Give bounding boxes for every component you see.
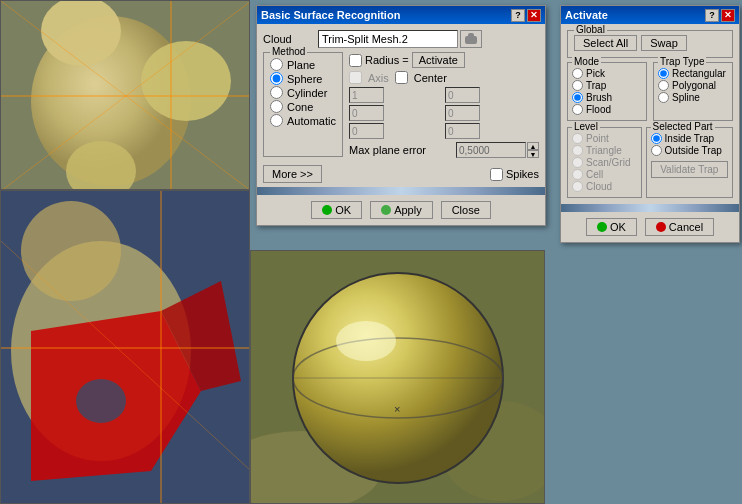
- activate-cancel-btn[interactable]: Cancel: [645, 218, 714, 236]
- num-inputs: [349, 87, 539, 139]
- center-check[interactable]: [395, 71, 408, 84]
- level-cloud: Cloud: [572, 181, 637, 192]
- num-input-3[interactable]: [349, 105, 384, 121]
- mode-trap-label[interactable]: Trap: [586, 80, 606, 91]
- ok-btn[interactable]: OK: [311, 201, 362, 219]
- trap-polygonal: Polygonal: [658, 80, 728, 91]
- spin-down[interactable]: ▼: [527, 150, 539, 158]
- swap-btn[interactable]: Swap: [641, 35, 687, 51]
- activate-btn[interactable]: Activate: [412, 52, 465, 68]
- svg-point-26: [336, 321, 396, 361]
- bsr-gradient-bar: [257, 187, 545, 195]
- num-input-4[interactable]: [445, 105, 480, 121]
- method-cone-radio[interactable]: [270, 100, 283, 113]
- method-group: Method Plane Sphere Cylinder Cone: [263, 52, 343, 157]
- method-auto-row: Automatic: [270, 114, 336, 127]
- mode-brush-label[interactable]: Brush: [586, 92, 612, 103]
- trap-poly-label[interactable]: Polygonal: [672, 80, 716, 91]
- method-sphere-label[interactable]: Sphere: [287, 73, 322, 85]
- global-buttons: Select All Swap: [574, 35, 726, 51]
- outside-trap-label[interactable]: Outside Trap: [665, 145, 722, 156]
- method-auto-label[interactable]: Automatic: [287, 115, 336, 127]
- trap-spline: Spline: [658, 92, 728, 103]
- level-cloud-radio[interactable]: [572, 181, 583, 192]
- bsr-close-btn[interactable]: ✕: [527, 9, 541, 22]
- level-cell-label[interactable]: Cell: [586, 169, 603, 180]
- svg-point-11: [21, 201, 121, 301]
- spikes-label: Spikes: [506, 168, 539, 180]
- method-cone-label[interactable]: Cone: [287, 101, 313, 113]
- mode-brush-radio[interactable]: [572, 92, 583, 103]
- spikes-row: Spikes: [490, 168, 539, 181]
- plane-error-label: Max plane error: [349, 144, 456, 156]
- mode-flood-radio[interactable]: [572, 104, 583, 115]
- cloud-label: Cloud: [263, 33, 318, 45]
- cloud-input[interactable]: [318, 30, 458, 48]
- level-triangle-radio[interactable]: [572, 145, 583, 156]
- plane-error-input[interactable]: [456, 142, 526, 158]
- activate-ok-dot: [597, 222, 607, 232]
- num-input-2[interactable]: [445, 87, 480, 103]
- method-plane-row: Plane: [270, 58, 336, 71]
- mode-pick-label[interactable]: Pick: [586, 68, 605, 79]
- mode-flood-label[interactable]: Flood: [586, 104, 611, 115]
- plane-error-row: Max plane error ▲ ▼: [349, 142, 539, 158]
- activate-action-buttons: OK Cancel: [567, 218, 733, 236]
- more-btn[interactable]: More >>: [263, 165, 322, 183]
- bsr-title: Basic Surface Recognition: [261, 9, 511, 21]
- level-scangrid-radio[interactable]: [572, 157, 583, 168]
- cloud-icon-btn[interactable]: [460, 30, 482, 48]
- inside-trap-radio[interactable]: [651, 133, 662, 144]
- level-scangrid-label[interactable]: Scan/Grid: [586, 157, 630, 168]
- close-btn[interactable]: Close: [441, 201, 491, 219]
- activate-help-btn[interactable]: ?: [705, 9, 719, 22]
- apply-dot: [381, 205, 391, 215]
- outside-trap-radio[interactable]: [651, 145, 662, 156]
- svg-text:×: ×: [394, 403, 400, 415]
- bsr-help-btn[interactable]: ?: [511, 9, 525, 22]
- level-triangle-label[interactable]: Triangle: [586, 145, 622, 156]
- trap-spline-radio[interactable]: [658, 92, 669, 103]
- spin-up[interactable]: ▲: [527, 142, 539, 150]
- trap-rect-radio[interactable]: [658, 68, 669, 79]
- level-point-radio[interactable]: [572, 133, 583, 144]
- method-cylinder-row: Cylinder: [270, 86, 336, 99]
- activate-close-btn[interactable]: ✕: [721, 9, 735, 22]
- trap-poly-radio[interactable]: [658, 80, 669, 91]
- method-plane-label[interactable]: Plane: [287, 59, 315, 71]
- method-auto-radio[interactable]: [270, 114, 283, 127]
- inside-trap: Inside Trap: [651, 133, 728, 144]
- mode-trap-radio[interactable]: [572, 80, 583, 91]
- validate-btn[interactable]: Validate Trap: [651, 161, 728, 178]
- method-cone-row: Cone: [270, 100, 336, 113]
- method-plane-radio[interactable]: [270, 58, 283, 71]
- ok-dot: [322, 205, 332, 215]
- spikes-check[interactable]: [490, 168, 503, 181]
- axis-row: Axis Center: [349, 71, 539, 84]
- method-cylinder-radio[interactable]: [270, 86, 283, 99]
- num-input-1[interactable]: [349, 87, 384, 103]
- num-input-6[interactable]: [445, 123, 480, 139]
- radius-check[interactable]: [349, 54, 362, 67]
- selected-part-box: Selected Part Inside Trap Outside Trap V…: [646, 127, 733, 198]
- mode-pick-radio[interactable]: [572, 68, 583, 79]
- params-area: Radius = Activate Axis Center: [349, 52, 539, 161]
- level-point-label[interactable]: Point: [586, 133, 609, 144]
- method-cylinder-label[interactable]: Cylinder: [287, 87, 327, 99]
- axis-check[interactable]: [349, 71, 362, 84]
- select-all-btn[interactable]: Select All: [574, 35, 637, 51]
- trap-spline-label[interactable]: Spline: [672, 92, 700, 103]
- global-box: Global Select All Swap: [567, 30, 733, 58]
- apply-btn[interactable]: Apply: [370, 201, 433, 219]
- trap-rect-label[interactable]: Rectangular: [672, 68, 726, 79]
- activate-ok-btn[interactable]: OK: [586, 218, 637, 236]
- activate-cancel-dot: [656, 222, 666, 232]
- mode-pick: Pick: [572, 68, 642, 79]
- inside-trap-label[interactable]: Inside Trap: [665, 133, 714, 144]
- level-cloud-label[interactable]: Cloud: [586, 181, 612, 192]
- method-sphere-radio[interactable]: [270, 72, 283, 85]
- close-label: Close: [452, 204, 480, 216]
- num-input-5[interactable]: [349, 123, 384, 139]
- mode-label: Mode: [572, 56, 601, 67]
- level-cell-radio[interactable]: [572, 169, 583, 180]
